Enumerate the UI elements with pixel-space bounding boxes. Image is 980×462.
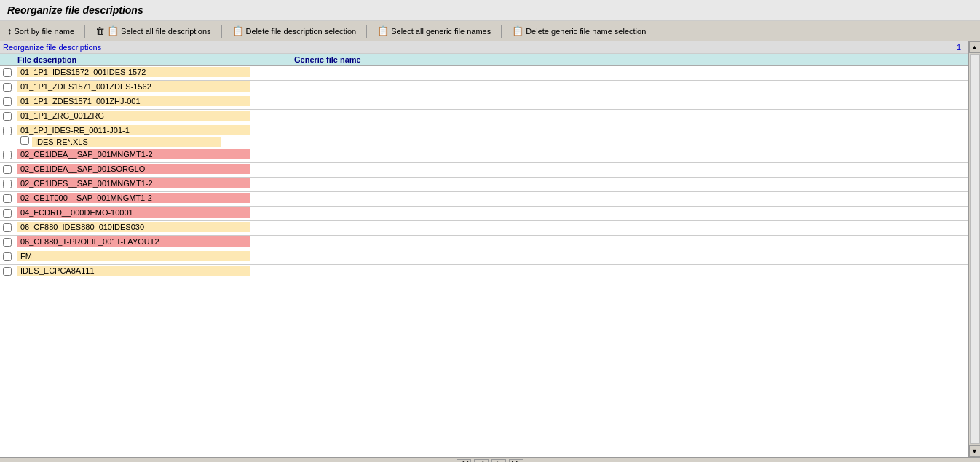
separator-3 [366,25,367,38]
row-checkbox[interactable] [3,151,12,159]
delete-description-selection-button[interactable]: 📋 Delete file description selection [229,24,360,38]
row-checkbox[interactable] [3,238,12,247]
row-checkbox-cell [3,111,17,122]
nav-first-button[interactable]: ◀◀ [457,459,471,463]
sort-by-filename-button[interactable]: ↕ Sort by file name [4,24,77,38]
row-checkbox[interactable] [3,127,12,135]
row-checkbox-cell [3,251,17,263]
row-checkbox[interactable] [3,252,12,261]
bottom-bar: ◀◀ ◀ ▶ ▶▶ [0,457,980,462]
row-checkbox[interactable] [3,209,12,218]
row-checkbox[interactable] [3,112,12,121]
row-content: 02_CE1T000__SAP_001MNGMT1-2 [17,193,965,203]
delete-generic-selection-button[interactable]: 📋 Delete generic file name selection [509,24,649,38]
row-content: 06_CF880_IDES880_010IDES030 [17,222,965,232]
file-desc-value: 04_FCDRD__000DEMO-10001 [17,207,250,218]
row-checkbox-cell [3,207,17,219]
table-row: 01_1P1_ZRG_001ZRG [0,110,968,124]
row-checkbox[interactable] [3,194,12,203]
table-row: 02_CE1IDES__SAP_001MNGMT1-2 [0,178,968,192]
row-checkbox-cell [3,164,17,175]
generic-col-header: Generic file name [294,55,361,64]
checkbox-col-header [3,55,17,64]
row-content: 02_CE1IDEA__SAP_001MNGMT1-2 [17,149,965,159]
file-desc-value: 02_CE1IDES__SAP_001MNGMT1-2 [17,178,250,188]
sort-label: Sort by file name [15,27,75,36]
page-title: Reorganize file descriptions [7,4,973,16]
delete-icon-1: 🗑 [95,25,105,36]
row-checkbox[interactable] [3,68,12,77]
table-header-row: File description Generic file name [0,54,968,66]
row-content: 01_1P1_ZDES1571_001ZHJ-001 [17,96,965,106]
page-number: 1 [957,43,961,52]
select-all-generic-label: Select all generic file names [391,27,491,36]
row-checkbox-cell [3,149,17,161]
nav-last-button[interactable]: ▶▶ [509,459,523,463]
table-row: 06_CF880_IDES880_010IDES030 [0,221,968,236]
file-desc-value: 06_CF880_T-PROFIL_001T-LAYOUT2 [17,236,250,247]
table-row: 02_CE1IDEA__SAP_001SORGLO [0,163,968,178]
row-checkbox[interactable] [3,165,12,174]
table-title-row: Reorganize file descriptions 1 [0,41,968,54]
table-area[interactable]: Reorganize file descriptions 1 File desc… [0,41,968,457]
file-desc-value: 02_CE1T000__SAP_001MNGMT1-2 [17,193,250,203]
select-all-descriptions-button[interactable]: 🗑 📋 Select all file descriptions [92,24,214,38]
row-checkbox[interactable] [3,223,12,232]
file-desc-value: 02_CE1IDEA__SAP_001SORGLO [17,164,250,174]
nav-prev-button[interactable]: ◀ [474,459,489,463]
row-content: 06_CF880_T-PROFIL_001T-LAYOUT2 [17,236,965,247]
row-checkbox-cell [3,125,17,137]
row-checkbox-cell [3,96,17,108]
row-checkbox-cell [3,193,17,204]
rows-container: 01_1P1_IDES1572_001IDES-157201_1P1_ZDES1… [0,66,968,279]
table-row: FM [0,250,968,265]
separator-2 [221,25,222,38]
row-checkbox-cell [3,266,17,277]
separator-1 [84,25,85,38]
row-content: 01_1PJ_IDES-RE_0011-J01-1IDES-RE*.XLS [17,125,965,147]
toolbar: ↕ Sort by file name 🗑 📋 Select all file … [0,21,980,41]
delete-desc-icon: 📋 [232,25,244,36]
select-all-generic-button[interactable]: 📋 Select all generic file names [374,24,494,38]
table-row: 02_CE1T000__SAP_001MNGMT1-2 [0,192,968,207]
scroll-down-button[interactable]: ▼ [969,445,981,457]
row-checkbox-cell [3,81,17,93]
file-desc-value: 01_1P1_ZDES1571_001ZHJ-001 [17,96,250,106]
scrollbar-right: ▲ ▼ [968,41,980,457]
sort-icon: ↕ [7,25,12,36]
delete-generic-icon: 📋 [512,25,523,36]
table-row: 02_CE1IDEA__SAP_001MNGMT1-2 [0,148,968,163]
separator-4 [501,25,502,38]
table-title: Reorganize file descriptions [3,43,101,52]
file-desc-value: 01_1P1_ZDES1571_001ZDES-1562 [17,81,250,92]
file-desc-value: 01_1P1_IDES1572_001IDES-1572 [17,67,250,77]
delete-desc-label: Delete file description selection [246,27,357,36]
scroll-up-button[interactable]: ▲ [969,41,981,53]
file-desc-value: IDES_ECPCA8A111 [17,266,250,276]
table-row: IDES_ECPCA8A111 [0,265,968,279]
select-all-desc-label: Select all file descriptions [121,27,211,36]
nav-next-button[interactable]: ▶ [491,459,506,463]
file-desc-value: 06_CF880_IDES880_010IDES030 [17,222,250,232]
row-checkbox[interactable] [3,267,12,276]
row-checkbox[interactable] [3,97,12,106]
row-content: 01_1P1_IDES1572_001IDES-1572 [17,67,965,77]
row-content: 01_1P1_ZDES1571_001ZDES-1562 [17,81,965,92]
file-desc-value: 02_CE1IDEA__SAP_001MNGMT1-2 [17,149,250,159]
row-checkbox[interactable] [3,83,12,92]
scroll-thumb[interactable] [970,54,980,444]
row-content: 02_CE1IDES__SAP_001MNGMT1-2 [17,178,965,188]
sub-row-checkbox[interactable] [20,136,29,145]
table-row: 01_1P1_ZDES1571_001ZDES-1562 [0,81,968,95]
select-all-desc-icon: 📋 [107,25,119,36]
row-checkbox-cell [3,236,17,248]
generic-value: IDES-RE*.XLS [32,137,221,147]
file-desc-value: FM [17,251,250,261]
delete-generic-label: Delete generic file name selection [526,27,646,36]
row-checkbox[interactable] [3,180,12,188]
title-bar: Reorganize file descriptions [0,0,980,21]
table-row: 06_CF880_T-PROFIL_001T-LAYOUT2 [0,236,968,250]
main-content: Reorganize file descriptions 1 File desc… [0,41,980,457]
table-row: 04_FCDRD__000DEMO-10001 [0,207,968,221]
file-desc-value: 01_1PJ_IDES-RE_0011-J01-1 [17,125,250,135]
